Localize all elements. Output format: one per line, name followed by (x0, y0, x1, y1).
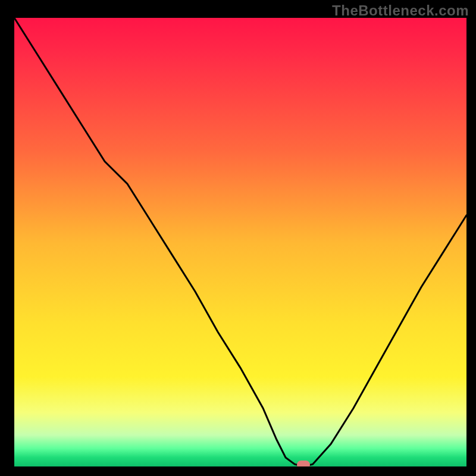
plot-area (14, 18, 466, 466)
chart-root: TheBottleneck.com (0, 0, 476, 476)
attribution-text: TheBottleneck.com (332, 2, 469, 19)
bottleneck-curve (14, 18, 466, 466)
optimum-marker (297, 461, 310, 466)
